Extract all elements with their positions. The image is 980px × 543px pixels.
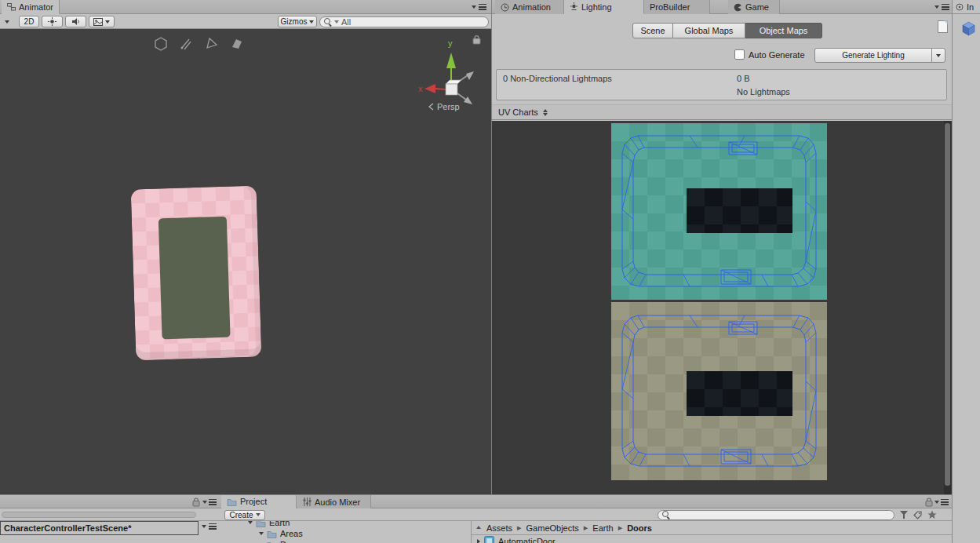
breadcrumb-item-earth[interactable]: Earth (592, 523, 613, 533)
scene-panel: Animator 2D Gizmos (0, 0, 492, 494)
foldout-icon[interactable] (259, 532, 264, 535)
game-tab-icon (734, 3, 742, 12)
scene-lighting-toggle[interactable] (42, 16, 63, 27)
door-opening (158, 217, 231, 340)
scene-search-input[interactable]: All (319, 16, 489, 27)
panel-dropdown-icon[interactable] (934, 5, 939, 9)
favorites-star-icon[interactable] (927, 510, 937, 519)
preview-toolbar: UV Charts (492, 104, 952, 120)
gizmo-center-cube[interactable] (446, 84, 457, 95)
preview-mode-dropdown[interactable]: UV Charts (498, 108, 548, 117)
tab-inspector-label[interactable]: In (967, 2, 974, 12)
lightmap-preview-bottom (611, 302, 827, 480)
maps-tab-scene[interactable]: Scene (632, 23, 673, 38)
stats-size: 0 B (737, 74, 750, 83)
breadcrumb: Assets ▸ GameObjects ▸ Earth ▸ Doors (486, 523, 652, 533)
inspector-icon (956, 3, 964, 11)
chevron-down-icon (309, 20, 314, 24)
tab-animator[interactable]: Animator (2, 0, 60, 14)
auto-generate-label: Auto Generate (749, 50, 805, 60)
panel-menu-icon[interactable] (209, 523, 217, 530)
breadcrumb-item-assets[interactable]: Assets (486, 523, 512, 533)
maps-tab-object-label: Object Maps (760, 26, 808, 35)
image-icon (93, 18, 103, 26)
breadcrumb-item-doors[interactable]: Doors (627, 523, 652, 533)
scene-panel-tabbar: Animator (0, 0, 492, 14)
panel-menu-icon[interactable] (209, 499, 217, 505)
foldout-icon[interactable] (248, 521, 253, 524)
panel-menu-icon[interactable] (941, 499, 949, 505)
panel-dropdown-icon[interactable] (934, 501, 939, 504)
breadcrumb-item-gameobjects[interactable]: GameObjects (526, 523, 579, 533)
persp-toggle[interactable]: Persp (428, 102, 460, 111)
probuilder-object-mode-icon[interactable] (154, 37, 168, 51)
generate-lighting-button[interactable]: Generate Lighting (814, 48, 932, 63)
chevron-down-icon (105, 20, 110, 24)
probuilder-vertex-mode-icon[interactable] (179, 37, 193, 51)
breadcrumb-separator: ▸ (517, 523, 522, 533)
probuilder-face-mode-icon[interactable] (230, 37, 244, 51)
panel-menu-icon[interactable] (479, 4, 486, 10)
scene-audio-toggle[interactable] (65, 16, 86, 27)
back-axis-cone[interactable] (464, 97, 472, 104)
2d-label: 2D (24, 17, 35, 26)
lock-icon[interactable] (925, 497, 933, 507)
tab-probuilder[interactable]: ProBuilder (644, 0, 710, 14)
preview-scrollbar[interactable] (944, 121, 951, 494)
search-by-label-icon[interactable] (913, 511, 922, 519)
project-search-input[interactable] (658, 510, 894, 520)
tab-lighting[interactable]: Lighting (564, 0, 644, 14)
vertical-splitter[interactable] (491, 0, 492, 494)
chevron-down-icon (256, 513, 260, 516)
document-icon[interactable] (938, 20, 948, 33)
probuilder-edge-mode-icon[interactable] (205, 37, 219, 51)
scene-viewport[interactable]: y x Persp (0, 29, 492, 494)
search-by-type-icon[interactable] (900, 511, 908, 519)
panel-dropdown-icon[interactable] (472, 5, 476, 9)
collapse-arrow-icon[interactable] (476, 526, 481, 529)
asset-icon (484, 536, 494, 543)
x-axis-cone[interactable] (424, 84, 435, 93)
tab-game[interactable]: Game (728, 0, 780, 14)
gizmos-dropdown[interactable]: Gizmos (278, 16, 317, 27)
horizontal-scrollbar[interactable] (2, 512, 196, 518)
panel-dropdown-icon[interactable] (202, 525, 206, 528)
persp-chevron-icon (428, 103, 434, 111)
sort-up-icon (543, 109, 548, 112)
maps-tab-global[interactable]: Global Maps (673, 23, 745, 38)
gameobject-cube-icon (961, 21, 976, 36)
y-axis-cone[interactable] (446, 53, 456, 68)
generate-lighting-dropdown[interactable] (931, 48, 945, 63)
create-button[interactable]: Create (224, 510, 265, 520)
lighting-tab-icon (570, 2, 578, 11)
panel-dropdown-icon[interactable] (202, 501, 207, 504)
panel-menu-icon[interactable] (942, 4, 949, 10)
auto-generate-checkbox[interactable] (734, 49, 745, 60)
tool-dropdown-icon[interactable] (5, 20, 9, 24)
speaker-icon (71, 17, 80, 26)
scene-effects-dropdown[interactable] (89, 16, 115, 27)
axis-x-label: x (418, 84, 423, 93)
maps-tab-object[interactable]: Object Maps (745, 23, 822, 38)
z-axis-cone[interactable] (466, 71, 474, 80)
search-icon (662, 511, 670, 519)
inspector-strip: In Pre Pos Rot Sca Mes Lig Mat S Dy (952, 0, 980, 543)
folder-icon (267, 530, 277, 538)
lock-icon[interactable] (192, 497, 200, 507)
tree-item-areas[interactable]: Areas (259, 529, 303, 538)
scrollbar-thumb[interactable] (945, 123, 950, 486)
door-frame-object[interactable] (131, 186, 262, 361)
clock-icon (501, 3, 509, 12)
breadcrumb-separator: ▸ (618, 523, 623, 533)
scene-header-box[interactable]: CharacterControllerTestScene* (0, 521, 199, 535)
tree-item-doors[interactable]: Doors (259, 540, 303, 543)
lock-icon[interactable] (472, 35, 481, 45)
tree-item-label: Doors (280, 540, 303, 543)
lighting-panel-tabbar: Animation Lighting ProBuilder Game (492, 0, 952, 14)
asset-item-automaticdoor[interactable]: AutomaticDoor (477, 536, 556, 543)
tab-animation[interactable]: Animation (495, 0, 564, 14)
lightmap-preview-top (611, 123, 827, 300)
foldout-icon[interactable] (477, 539, 480, 543)
tree-item-label: Areas (280, 529, 303, 538)
2d-toggle-button[interactable]: 2D (19, 16, 39, 27)
